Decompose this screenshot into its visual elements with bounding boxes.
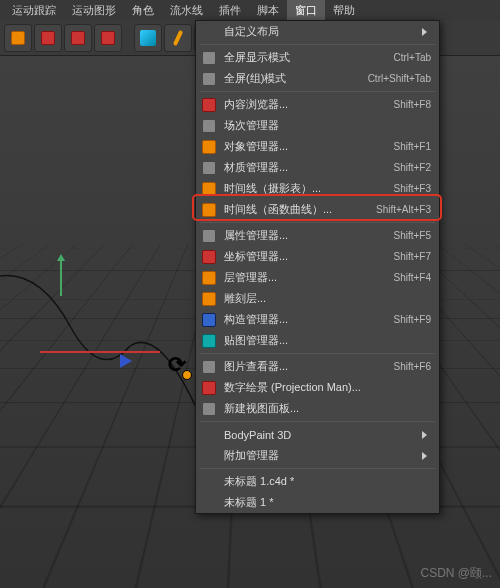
- axis-y[interactable]: [60, 256, 62, 296]
- menu-item-5[interactable]: 脚本: [249, 0, 287, 21]
- menu-item[interactable]: 构造管理器...Shift+F9: [196, 309, 439, 330]
- menu-item[interactable]: 全屏(组)模式Ctrl+Shift+Tab: [196, 68, 439, 89]
- menu-item-label: 层管理器...: [224, 270, 393, 285]
- axis-z[interactable]: [120, 354, 139, 368]
- menu-item[interactable]: 场次管理器: [196, 115, 439, 136]
- menu-item[interactable]: 时间线（摄影表）...Shift+F3: [196, 178, 439, 199]
- menu-item-label: 自定义布局: [224, 24, 418, 39]
- menu-item-icon: [202, 72, 216, 86]
- menu-item-0[interactable]: 运动跟踪: [4, 0, 64, 21]
- menu-item[interactable]: 对象管理器...Shift+F1: [196, 136, 439, 157]
- spline-curve: [0, 266, 210, 426]
- clip-tool-3[interactable]: [94, 24, 122, 52]
- menu-item-label: 内容浏览器...: [224, 97, 393, 112]
- menu-item-label: 贴图管理器...: [224, 333, 431, 348]
- menu-item-label: 构造管理器...: [224, 312, 393, 327]
- menu-item-label: 数字绘景 (Projection Man)...: [224, 380, 431, 395]
- clip-tool-1[interactable]: [34, 24, 62, 52]
- menu-item-icon: [202, 334, 216, 348]
- menu-item-label: 时间线（函数曲线）...: [224, 202, 376, 217]
- menu-item-label: 属性管理器...: [224, 228, 393, 243]
- menu-item[interactable]: BodyPaint 3D: [196, 424, 439, 445]
- menu-item-3[interactable]: 流水线: [162, 0, 211, 21]
- menu-separator: [200, 353, 435, 354]
- menu-item-icon: [202, 140, 216, 154]
- menu-item[interactable]: 材质管理器...Shift+F2: [196, 157, 439, 178]
- menu-item[interactable]: 新建视图面板...: [196, 398, 439, 419]
- menu-item[interactable]: 未标题 1.c4d *: [196, 471, 439, 492]
- menu-item-icon: [202, 182, 216, 196]
- menu-item-6[interactable]: 窗口: [287, 0, 325, 21]
- menu-item-label: 图片查看器...: [224, 359, 393, 374]
- menu-separator: [200, 468, 435, 469]
- menu-item-4[interactable]: 插件: [211, 0, 249, 21]
- menu-item-label: 对象管理器...: [224, 139, 393, 154]
- menu-item-icon: [202, 381, 216, 395]
- axis-x[interactable]: [40, 351, 160, 353]
- menu-item-shortcut: Shift+F9: [393, 314, 431, 325]
- menu-item[interactable]: 坐标管理器...Shift+F7: [196, 246, 439, 267]
- menu-item-shortcut: Shift+F2: [393, 162, 431, 173]
- menu-item-label: 新建视图面板...: [224, 401, 431, 416]
- clip-tool-1-icon: [41, 31, 55, 45]
- menu-item-shortcut: Shift+F7: [393, 251, 431, 262]
- menu-item-icon: [202, 292, 216, 306]
- menu-separator: [200, 421, 435, 422]
- brush-tool-icon: [173, 29, 183, 45]
- menu-item-label: 全屏(组)模式: [224, 71, 368, 86]
- clip-tool-2-icon: [71, 31, 85, 45]
- menu-item-label: 未标题 1.c4d *: [224, 474, 431, 489]
- menu-item-icon: [202, 51, 216, 65]
- menu-separator: [200, 44, 435, 45]
- primitive-tool-icon: [140, 30, 156, 46]
- menu-item-label: 附加管理器: [224, 448, 418, 463]
- menu-item[interactable]: 时间线（函数曲线）...Shift+Alt+F3: [196, 199, 439, 220]
- menu-item-shortcut: Shift+F4: [393, 272, 431, 283]
- menu-item-icon: [202, 229, 216, 243]
- menu-item-shortcut: Ctrl+Tab: [393, 52, 431, 63]
- clip-tool-3-icon: [101, 31, 115, 45]
- menu-item-icon: [202, 250, 216, 264]
- menu-item-label: 场次管理器: [224, 118, 431, 133]
- menu-item-label: BodyPaint 3D: [224, 429, 418, 441]
- clip-tool-2[interactable]: [64, 24, 92, 52]
- menu-item[interactable]: 图片查看器...Shift+F6: [196, 356, 439, 377]
- submenu-arrow-icon: [422, 28, 431, 36]
- menu-item-icon: [202, 313, 216, 327]
- menu-item-label: 材质管理器...: [224, 160, 393, 175]
- menu-item-1[interactable]: 运动图形: [64, 0, 124, 21]
- menu-item[interactable]: 内容浏览器...Shift+F8: [196, 94, 439, 115]
- menu-item-icon: [202, 360, 216, 374]
- cube-tool[interactable]: [4, 24, 32, 52]
- menu-item[interactable]: 层管理器...Shift+F4: [196, 267, 439, 288]
- menu-item-2[interactable]: 角色: [124, 0, 162, 21]
- menu-item-label: 坐标管理器...: [224, 249, 393, 264]
- menu-item[interactable]: 贴图管理器...: [196, 330, 439, 351]
- menu-item[interactable]: 全屏显示模式Ctrl+Tab: [196, 47, 439, 68]
- submenu-arrow-icon: [422, 431, 431, 439]
- menu-item-label: 雕刻层...: [224, 291, 431, 306]
- menu-item-label: 时间线（摄影表）...: [224, 181, 393, 196]
- primitive-tool[interactable]: [134, 24, 162, 52]
- menu-separator: [200, 91, 435, 92]
- menu-item[interactable]: 属性管理器...Shift+F5: [196, 225, 439, 246]
- menu-item-icon: [202, 98, 216, 112]
- menu-item-shortcut: Ctrl+Shift+Tab: [368, 73, 431, 84]
- brush-tool[interactable]: [164, 24, 192, 52]
- menu-item[interactable]: 附加管理器: [196, 445, 439, 466]
- menu-item[interactable]: 数字绘景 (Projection Man)...: [196, 377, 439, 398]
- menu-item[interactable]: 雕刻层...: [196, 288, 439, 309]
- submenu-arrow-icon: [422, 452, 431, 460]
- menu-item-7[interactable]: 帮助: [325, 0, 363, 21]
- menu-item-shortcut: Shift+F1: [393, 141, 431, 152]
- menu-item-icon: [202, 161, 216, 175]
- menu-item-shortcut: Shift+F6: [393, 361, 431, 372]
- handle-knob[interactable]: [182, 370, 192, 380]
- menu-item-label: 全屏显示模式: [224, 50, 393, 65]
- menu-item-label: 未标题 1 *: [224, 495, 431, 510]
- menu-item-icon: [202, 402, 216, 416]
- menu-item-icon: [202, 203, 216, 217]
- menu-item[interactable]: 自定义布局: [196, 21, 439, 42]
- menu-item[interactable]: 未标题 1 *: [196, 492, 439, 513]
- menu-separator: [200, 222, 435, 223]
